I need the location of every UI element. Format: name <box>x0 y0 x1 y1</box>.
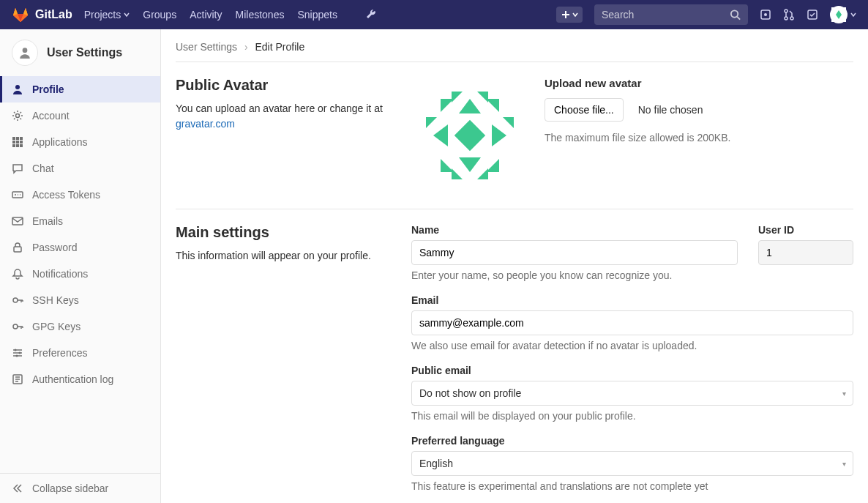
sidebar-item-label: Authentication log <box>32 373 113 385</box>
svg-point-24 <box>13 324 18 329</box>
lang-label: Preferred language <box>411 435 853 447</box>
top-navbar: GitLab Projects Groups Activity Mileston… <box>0 0 868 29</box>
svg-rect-18 <box>16 144 19 147</box>
sidebar-item-label: SSH Keys <box>32 294 79 306</box>
sidebar: User Settings Profile Account Applicatio… <box>0 29 161 503</box>
main-settings-desc: This information will appear on your pro… <box>176 248 397 264</box>
nav-snippets[interactable]: Snippets <box>297 9 337 21</box>
sidebar-item-gpg-keys[interactable]: GPG Keys <box>0 313 160 340</box>
lang-select[interactable]: English <box>411 451 853 476</box>
chevron-down-icon <box>572 12 578 18</box>
nav-menu: Projects Groups Activity Milestones Snip… <box>84 9 377 21</box>
preferences-icon <box>12 347 23 359</box>
breadcrumb-root[interactable]: User Settings <box>176 41 237 53</box>
choose-file-button[interactable]: Choose file... <box>545 98 624 122</box>
wrench-icon[interactable] <box>365 9 377 21</box>
avatar-section-title: Public Avatar <box>176 77 397 94</box>
avatar-preview <box>411 77 528 194</box>
new-dropdown[interactable] <box>556 7 583 23</box>
nav-milestones[interactable]: Milestones <box>236 9 285 21</box>
public-email-label: Public email <box>411 365 853 376</box>
search-icon <box>730 9 741 21</box>
svg-rect-17 <box>12 144 15 147</box>
svg-rect-14 <box>12 141 15 144</box>
nav-right <box>556 4 856 25</box>
email-icon <box>12 215 23 227</box>
email-input[interactable] <box>411 310 853 335</box>
key-icon <box>12 321 23 332</box>
svg-point-25 <box>15 349 17 351</box>
avatar-section: Public Avatar You can upload an avatar h… <box>176 62 853 209</box>
issues-icon[interactable] <box>760 9 771 21</box>
sidebar-item-label: Account <box>32 110 70 122</box>
breadcrumb: User Settings › Edit Profile <box>176 41 853 62</box>
svg-rect-16 <box>20 141 23 144</box>
sidebar-item-emails[interactable]: Emails <box>0 208 160 234</box>
gitlab-icon <box>12 6 29 23</box>
svg-rect-13 <box>20 137 23 140</box>
log-icon <box>12 373 23 385</box>
nav-groups-label: Groups <box>143 9 176 21</box>
chevron-right-icon: › <box>244 41 248 53</box>
person-icon <box>12 40 38 66</box>
search-input[interactable] <box>602 9 730 21</box>
svg-rect-19 <box>20 144 23 147</box>
svg-point-8 <box>23 48 28 53</box>
gear-icon <box>12 110 23 122</box>
search-box[interactable] <box>594 4 748 25</box>
svg-point-27 <box>16 355 18 357</box>
collapse-sidebar[interactable]: Collapse sidebar <box>0 474 160 503</box>
nav-groups[interactable]: Groups <box>143 9 176 21</box>
name-help: Enter your name, so people you know can … <box>411 269 738 281</box>
nav-activity-label: Activity <box>190 9 222 21</box>
main-content: User Settings › Edit Profile Public Avat… <box>161 29 868 503</box>
bell-icon <box>12 268 23 280</box>
brand-logo[interactable]: GitLab <box>12 6 72 23</box>
sidebar-item-access-tokens[interactable]: Access Tokens <box>0 182 160 208</box>
name-label: Name <box>411 224 738 236</box>
file-size-hint: The maximum file size allowed is 200KB. <box>545 132 730 144</box>
nav-projects-label: Projects <box>84 9 121 21</box>
breadcrumb-current: Edit Profile <box>255 41 305 53</box>
nav-projects[interactable]: Projects <box>84 9 130 21</box>
userid-label: User ID <box>758 224 853 236</box>
sidebar-item-label: Profile <box>32 83 64 95</box>
sidebar-item-notifications[interactable]: Notifications <box>0 261 160 287</box>
svg-point-23 <box>13 298 18 302</box>
sidebar-item-profile[interactable]: Profile <box>0 76 160 103</box>
sidebar-item-ssh-keys[interactable]: SSH Keys <box>0 287 160 313</box>
sidebar-item-label: Preferences <box>32 347 87 359</box>
sidebar-item-chat[interactable]: Chat <box>0 155 160 182</box>
no-file-text: No file chosen <box>638 104 703 116</box>
plus-icon <box>561 10 571 20</box>
lock-icon <box>12 242 23 253</box>
public-email-select[interactable]: Do not show on profile <box>411 381 853 406</box>
todos-icon[interactable] <box>807 9 818 21</box>
sidebar-item-label: Notifications <box>32 268 88 280</box>
token-icon <box>12 189 23 201</box>
sidebar-item-password[interactable]: Password <box>0 234 160 261</box>
nav-activity[interactable]: Activity <box>190 9 222 21</box>
chevron-down-icon <box>124 12 130 18</box>
sidebar-item-account[interactable]: Account <box>0 103 160 129</box>
svg-point-4 <box>785 17 787 20</box>
svg-point-9 <box>15 85 20 89</box>
name-input[interactable] <box>411 240 738 265</box>
sidebar-item-preferences[interactable]: Preferences <box>0 340 160 366</box>
svg-point-0 <box>731 10 738 17</box>
collapse-icon <box>12 482 23 494</box>
user-menu[interactable] <box>830 6 856 23</box>
gravatar-link[interactable]: gravatar.com <box>176 118 235 130</box>
merge-requests-icon[interactable] <box>783 9 795 21</box>
chat-icon <box>12 163 23 174</box>
svg-point-3 <box>785 10 787 12</box>
applications-icon <box>12 136 23 148</box>
sidebar-header: User Settings <box>0 29 160 76</box>
svg-rect-21 <box>12 217 23 225</box>
sidebar-title: User Settings <box>47 46 122 59</box>
userid-input <box>758 240 853 265</box>
sidebar-item-applications[interactable]: Applications <box>0 129 160 155</box>
svg-point-5 <box>790 17 793 20</box>
sidebar-item-auth-log[interactable]: Authentication log <box>0 366 160 392</box>
svg-rect-15 <box>16 141 19 144</box>
